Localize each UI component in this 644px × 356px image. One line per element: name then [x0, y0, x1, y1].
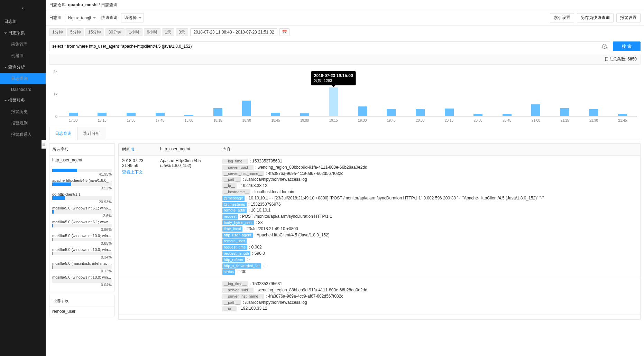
- sidebar-item[interactable]: 机器组: [0, 50, 46, 62]
- sidebar-item[interactable]: 日志采集: [0, 27, 46, 39]
- sidebar-item[interactable]: Dashboard: [0, 84, 46, 95]
- sidebar-item[interactable]: 报警服务: [0, 95, 46, 106]
- field-stat[interactable]: apache-httpclient/4.5 (java/1.8.0_...32.…: [52, 178, 112, 190]
- field-stat[interactable]: mozilla/5.0 (macintosh; intel mac ...0.1…: [52, 261, 112, 273]
- bar-wrap[interactable]: 17:45: [146, 72, 175, 116]
- time-preset-button[interactable]: 15分钟: [85, 28, 104, 36]
- sidebar-item[interactable]: 日志组: [0, 16, 46, 27]
- sidebar-item[interactable]: 报警规则: [0, 118, 46, 129]
- help-icon[interactable]: ?: [602, 44, 607, 49]
- stat-bar: [52, 196, 112, 200]
- search-button[interactable]: 搜 索: [613, 41, 641, 51]
- calendar-icon[interactable]: 📅: [279, 28, 289, 36]
- th-time[interactable]: 时间⇅: [119, 144, 157, 155]
- cell-time: [119, 278, 157, 284]
- date-range-input[interactable]: 2018-07-23 11:08:48 - 2018-07-23 21:51:0…: [190, 28, 277, 36]
- stat-pct: 0.85%: [101, 241, 112, 245]
- field-tag: remote_user: [222, 238, 247, 244]
- search-input[interactable]: [52, 44, 599, 49]
- sidebar-item[interactable]: 采集管理: [0, 39, 46, 50]
- stat-bar: [52, 265, 112, 269]
- bar-wrap[interactable]: 21:15: [550, 72, 579, 116]
- cell-ua: [157, 278, 219, 284]
- field-stat[interactable]: mozilla/5.0 (windows nt 10.0; win...0.85…: [52, 234, 112, 245]
- time-preset-button[interactable]: 6小时: [144, 28, 161, 36]
- field-tag: http_referer: [222, 257, 245, 262]
- field-stat[interactable]: mozilla/5.0 (windows nt 10.0; win...0.04…: [52, 275, 112, 287]
- content-line: body_bytes_sent : 38: [222, 220, 637, 226]
- alarm-settings-button[interactable]: 报警设置: [616, 13, 641, 22]
- view-context-link[interactable]: 查看上下文: [122, 169, 153, 175]
- x-tick: 18:00: [185, 119, 193, 122]
- time-preset-button[interactable]: 1天: [162, 28, 175, 36]
- sidebar-item[interactable]: 日志查询: [0, 73, 46, 84]
- bar: [445, 109, 454, 116]
- field-tag: status: [222, 269, 235, 274]
- bar-wrap[interactable]: 20:30: [463, 72, 493, 116]
- time-preset-button[interactable]: 1小时: [126, 28, 142, 36]
- stat-pct: 41.95%: [99, 172, 112, 176]
- time-preset-button[interactable]: 3天: [176, 28, 188, 36]
- content-line: __server_uuid__ : wending_region_88bbcb9…: [222, 165, 637, 170]
- time-preset-button[interactable]: 5分钟: [67, 28, 84, 36]
- selected-fields-header: 所选字段: [49, 144, 114, 156]
- tab-log-query[interactable]: 日志查询: [49, 127, 77, 140]
- group-select[interactable]: Nginx_tongji: [65, 14, 98, 22]
- field-stat[interactable]: -41.95%: [52, 165, 112, 176]
- bar-wrap[interactable]: 20:15: [435, 72, 464, 116]
- sidebar-item[interactable]: 报警历史: [0, 106, 46, 118]
- stat-label: mozilla/5.0 (windows nt 10.0; win...: [52, 247, 112, 252]
- field-stat[interactable]: mozilla/5.0 (windows nt 10.0; win...0.34…: [52, 247, 112, 259]
- sidebar-item[interactable]: 报警联系人: [0, 129, 46, 140]
- breadcrumb-page: 日志查询: [101, 2, 118, 7]
- sidebar-item[interactable]: 查询分析: [0, 62, 46, 73]
- x-tick: 19:15: [329, 119, 338, 122]
- back-button[interactable]: ‹: [0, 0, 46, 16]
- bar-wrap[interactable]: 18:15: [203, 72, 232, 116]
- bar-wrap[interactable]: 19:45: [377, 72, 406, 116]
- field-tag: http_x_forwarded_for: [222, 263, 261, 269]
- bar-wrap[interactable]: 18:30: [232, 72, 261, 116]
- field-tag: request: [222, 214, 238, 219]
- bar-wrap[interactable]: 17:00: [59, 72, 88, 116]
- bar: [329, 87, 338, 116]
- x-tick: 17:45: [156, 119, 164, 122]
- time-preset-button[interactable]: 1分钟: [49, 28, 66, 36]
- tab-stat-analysis[interactable]: 统计分析: [77, 127, 106, 140]
- bar-wrap[interactable]: 20:00: [406, 72, 435, 116]
- bar: [560, 108, 569, 116]
- sidebar-toggle-icon[interactable]: ☰: [42, 140, 46, 149]
- bar-wrap[interactable]: 18:00: [174, 72, 203, 116]
- table-body: 2018-07-23 21:49:56查看上下文Apache-HttpClien…: [119, 156, 640, 315]
- x-tick: 20:45: [503, 119, 511, 122]
- bar-wrap[interactable]: 21:00: [522, 72, 551, 116]
- total-bar: 日志总条数: 6850: [49, 54, 641, 65]
- field-stat[interactable]: mozilla/5.0 (windows nt 6.1; win6...2.6%: [52, 206, 112, 218]
- index-settings-button[interactable]: 索引设置: [550, 13, 574, 22]
- x-tick: 21:15: [560, 119, 569, 122]
- field-tag: time_local: [222, 226, 242, 232]
- time-preset-button[interactable]: 30分钟: [105, 28, 125, 36]
- field-tag: __hostname__: [222, 189, 250, 195]
- quick-select[interactable]: 请选择: [121, 13, 144, 22]
- content-line: __server_inst_name__ : 4fa3876a-969a-4cc…: [222, 293, 637, 299]
- group-label: 日志组: [49, 15, 62, 21]
- field-stat[interactable]: mozilla/5.0 (windows nt 6.1; wow...0.96%: [52, 220, 112, 232]
- bar-wrap[interactable]: 21:30: [579, 72, 608, 116]
- field-tag: request_length: [222, 251, 250, 256]
- total-label: 日志总条数:: [605, 57, 626, 62]
- field-stat[interactable]: go-http-client/1.120.93%: [52, 192, 112, 204]
- save-as-quick-button[interactable]: 另存为快速查询: [577, 13, 614, 22]
- x-tick: 18:30: [242, 119, 251, 122]
- bar-wrap[interactable]: 18:45: [261, 72, 290, 116]
- bar-wrap[interactable]: 21:45: [608, 72, 637, 116]
- content-line: @message : 10.10.10.1 - - [23/Jul/2018:2…: [222, 195, 637, 201]
- optional-field[interactable]: remote_user: [52, 309, 112, 314]
- bar: [156, 113, 165, 116]
- bar-wrap[interactable]: 17:30: [117, 72, 146, 116]
- stat-bar: [52, 210, 112, 214]
- bar-wrap[interactable]: 20:45: [493, 72, 522, 116]
- timebar: 1分钟 5分钟 15分钟 30分钟 1小时 6小时 1天 3天 2018-07-…: [46, 26, 644, 39]
- bar-wrap[interactable]: 17:15: [88, 72, 117, 116]
- stat-bar: [52, 169, 112, 172]
